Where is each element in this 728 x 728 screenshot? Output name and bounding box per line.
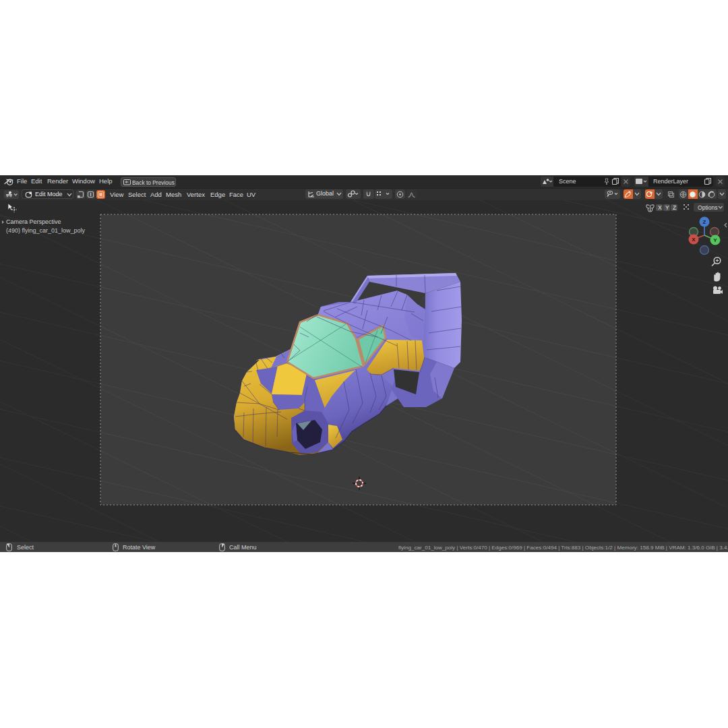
svg-text:X: X [692,237,696,243]
svg-text:X: X [658,204,662,211]
svg-text:Y: Y [713,237,717,243]
svg-text:Y: Y [665,204,669,211]
svg-text:Camera Perspective: Camera Perspective [6,218,61,225]
svg-text:(490) flying_car_01_low_poly: (490) flying_car_01_low_poly [6,227,86,234]
svg-text:Z: Z [703,219,706,225]
svg-text:Options: Options [698,204,718,211]
svg-text:Z: Z [673,204,676,211]
